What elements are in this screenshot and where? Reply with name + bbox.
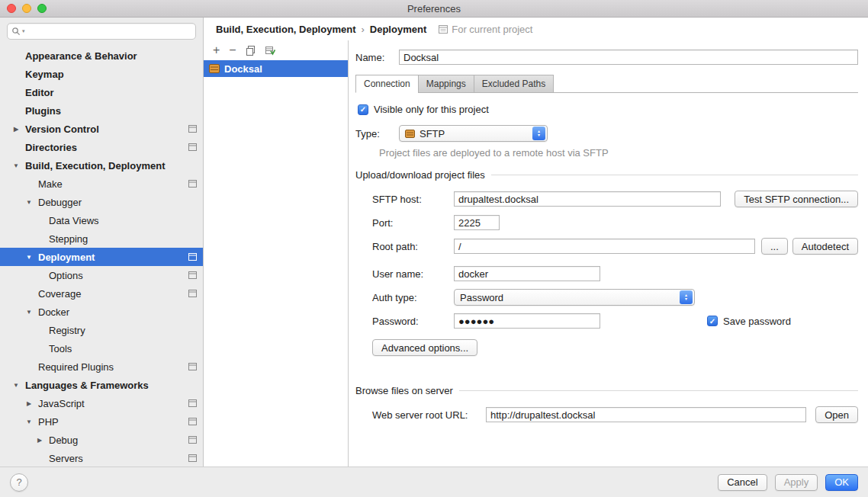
tab-excluded-paths[interactable]: Excluded Paths xyxy=(474,75,554,92)
sidebar-item-php[interactable]: ▼ PHP xyxy=(0,412,203,431)
visible-only-checkbox[interactable]: ✓ xyxy=(358,104,368,115)
password-input[interactable] xyxy=(454,313,600,329)
chevron-down-icon[interactable]: ▼ xyxy=(24,199,34,206)
help-button[interactable]: ? xyxy=(10,473,28,492)
sidebar-item-deployment[interactable]: ▼ Deployment xyxy=(0,248,203,266)
chevron-down-icon[interactable]: ▼ xyxy=(24,418,34,425)
sftp-host-row: SFTP host: Test SFTP connection... xyxy=(372,191,858,207)
test-sftp-connection-button[interactable]: Test SFTP connection... xyxy=(735,191,858,207)
sidebar-item-stepping[interactable]: Stepping xyxy=(0,229,203,248)
auth-type-label: Auth type: xyxy=(372,292,454,303)
cancel-button[interactable]: Cancel xyxy=(718,474,767,491)
project-settings-icon xyxy=(188,436,197,444)
connection-tabs: Connection Mappings Excluded Paths xyxy=(355,75,858,93)
save-password-row: ✓ Save password xyxy=(707,316,791,327)
tab-mappings[interactable]: Mappings xyxy=(418,75,474,92)
add-server-icon[interactable]: + xyxy=(213,44,220,56)
save-password-label: Save password xyxy=(723,316,791,327)
sidebar-item-docker[interactable]: ▼ Docker xyxy=(0,303,203,321)
chevron-down-icon[interactable]: ▾ xyxy=(22,28,25,34)
sidebar-item-version-control[interactable]: ▶ Version Control xyxy=(0,120,203,138)
copy-server-icon[interactable] xyxy=(246,46,256,56)
sidebar-item-keymap[interactable]: Keymap xyxy=(0,65,203,83)
chevron-right-icon[interactable]: ▶ xyxy=(24,400,34,407)
web-root-input[interactable] xyxy=(486,407,806,422)
chevron-down-icon[interactable]: ▼ xyxy=(24,309,34,316)
apply-button: Apply xyxy=(775,474,818,491)
sftp-icon xyxy=(405,130,415,138)
sidebar-item-javascript[interactable]: ▶ JavaScript xyxy=(0,394,203,412)
preferences-window: Preferences ▾ Appearance & Behavior Keym… xyxy=(0,0,868,497)
sidebar-item-make[interactable]: Make xyxy=(0,175,203,193)
type-select[interactable]: SFTP ▴ ▾ xyxy=(399,125,548,142)
chevron-down-icon[interactable]: ▼ xyxy=(11,382,21,389)
project-settings-icon xyxy=(188,399,197,407)
advanced-options-button[interactable]: Advanced options... xyxy=(372,339,477,356)
dialog-footer: ? Cancel Apply OK xyxy=(0,467,868,497)
autodetect-button[interactable]: Autodetect xyxy=(792,238,858,255)
port-label: Port: xyxy=(372,217,454,229)
search-icon xyxy=(11,27,21,36)
sftp-host-input[interactable] xyxy=(454,191,721,207)
tab-connection[interactable]: Connection xyxy=(355,75,418,93)
port-input[interactable] xyxy=(454,215,500,230)
sidebar-item-options[interactable]: Options xyxy=(0,266,203,284)
project-settings-icon xyxy=(188,271,197,279)
close-button[interactable] xyxy=(7,4,16,13)
dropdown-stepper-icon: ▴ ▾ xyxy=(532,127,545,140)
sidebar-item-tools[interactable]: Tools xyxy=(0,339,203,358)
sidebar-item-languages-frameworks[interactable]: ▼ Languages & Frameworks xyxy=(0,376,203,394)
settings-search[interactable]: ▾ xyxy=(7,23,196,40)
project-settings-icon xyxy=(188,180,197,188)
sidebar-item-php-debug[interactable]: ▶ Debug xyxy=(0,431,203,449)
user-name-label: User name: xyxy=(372,268,454,280)
server-list-panel: + − Docksa xyxy=(204,40,349,467)
zoom-button[interactable] xyxy=(37,4,47,13)
breadcrumb-build-execution-deployment[interactable]: Build, Execution, Deployment xyxy=(216,24,355,35)
remove-server-icon[interactable]: − xyxy=(229,44,236,56)
visible-only-label: Visible only for this project xyxy=(374,104,489,115)
save-password-checkbox[interactable]: ✓ xyxy=(707,316,718,326)
chevron-right-icon[interactable]: ▶ xyxy=(35,437,44,444)
breadcrumb-deployment: Deployment xyxy=(370,24,426,35)
user-name-input[interactable] xyxy=(454,266,600,281)
server-list-item[interactable]: Docksal xyxy=(204,60,348,77)
root-path-input[interactable] xyxy=(454,239,755,254)
sidebar-item-build-execution-deployment[interactable]: ▼ Build, Execution, Deployment xyxy=(0,156,203,175)
browse-group-header: Browse files on server xyxy=(355,385,858,396)
sidebar-item-editor[interactable]: Editor xyxy=(0,83,203,101)
ok-button[interactable]: OK xyxy=(825,474,858,491)
use-as-default-icon[interactable] xyxy=(265,46,275,56)
project-settings-icon xyxy=(188,454,197,462)
settings-tree: Appearance & Behavior Keymap Editor Plug… xyxy=(0,43,203,467)
project-settings-icon xyxy=(188,290,197,297)
sidebar-item-php-servers[interactable]: Servers xyxy=(0,449,203,467)
port-row: Port: xyxy=(372,215,858,230)
sidebar-item-debugger[interactable]: ▼ Debugger xyxy=(0,193,203,211)
auth-type-select[interactable]: Password ▴ ▾ xyxy=(454,289,695,306)
divider xyxy=(491,175,858,175)
minimize-button[interactable] xyxy=(22,4,31,13)
chevron-right-icon[interactable]: ▶ xyxy=(11,126,21,133)
chevron-down-icon[interactable]: ▼ xyxy=(11,162,21,169)
chevron-down-icon[interactable]: ▼ xyxy=(24,254,34,261)
sidebar-item-registry[interactable]: Registry xyxy=(0,321,203,339)
project-settings-icon xyxy=(188,253,197,261)
name-label: Name: xyxy=(355,52,399,63)
sidebar-item-appearance-behavior[interactable]: Appearance & Behavior xyxy=(0,46,203,65)
sidebar-item-required-plugins[interactable]: Required Plugins xyxy=(0,358,203,376)
sidebar-item-directories[interactable]: Directories xyxy=(0,138,203,156)
sidebar-item-data-views[interactable]: Data Views xyxy=(0,211,203,229)
open-button[interactable]: Open xyxy=(815,406,858,423)
root-path-browse-button[interactable]: ... xyxy=(761,238,788,255)
name-input[interactable] xyxy=(399,50,858,65)
dropdown-stepper-icon: ▴ ▾ xyxy=(680,290,693,304)
search-input[interactable] xyxy=(27,25,191,37)
sidebar-item-plugins[interactable]: Plugins xyxy=(0,101,203,120)
web-root-row: Web server root URL: Open xyxy=(372,406,858,423)
server-list: Docksal xyxy=(204,60,348,467)
server-icon xyxy=(209,64,220,73)
current-project-icon xyxy=(439,25,448,34)
sftp-host-label: SFTP host: xyxy=(372,194,454,205)
sidebar-item-coverage[interactable]: Coverage xyxy=(0,284,203,303)
